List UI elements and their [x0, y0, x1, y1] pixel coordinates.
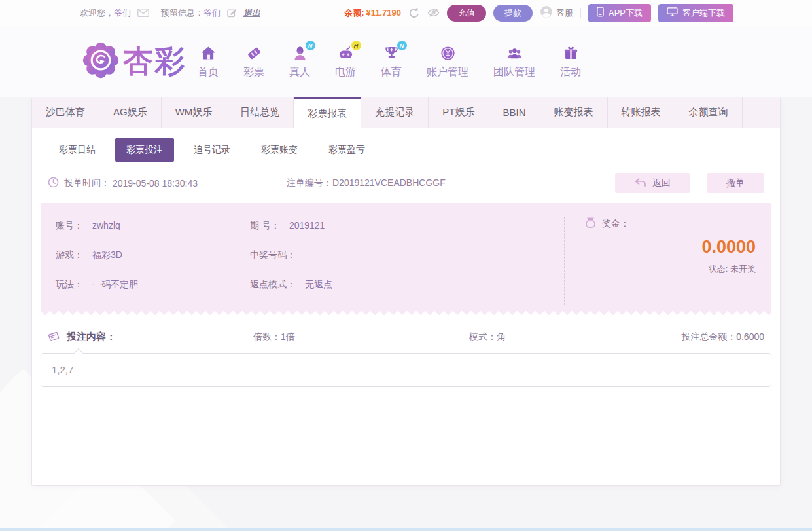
nav-item-promotions[interactable]: 活动 [560, 44, 581, 79]
site-header: 杏彩 首页 彩票 N 真人 H 电游 [0, 26, 812, 97]
nav-item-sports[interactable]: N 体育 [381, 44, 402, 79]
nav-item-home[interactable]: 首页 [198, 44, 219, 79]
bet-mode: 模式：角 [469, 331, 681, 343]
edit-icon[interactable] [227, 8, 237, 18]
bet-multiple: 倍数：1倍 [253, 331, 469, 343]
tab-shaba-sports[interactable]: 沙巴体育 [32, 97, 99, 128]
badge-h: H [351, 41, 361, 50]
reserved-value: 爷们 [203, 8, 221, 18]
reserved-info: 预留信息：爷们 [161, 7, 221, 19]
bet-time: 投单时间： 2019-05-08 18:30:43 [48, 177, 287, 190]
cancel-order-label: 撤单 [726, 177, 745, 189]
subtab-lottery-account-changes[interactable]: 彩票账变 [250, 138, 309, 162]
tab-wm[interactable]: WM娱乐 [162, 97, 227, 128]
reserved-label: 预留信息： [161, 8, 203, 18]
live-casino-icon: N [291, 44, 309, 62]
clock-icon [48, 177, 59, 190]
field-label: 玩法： [56, 276, 83, 293]
nav-item-egames[interactable]: H 电游 [335, 44, 356, 79]
tab-bbin[interactable]: BBIN [489, 97, 540, 128]
prize-label: 奖金： [602, 218, 629, 230]
nav-item-live[interactable]: N 真人 [289, 44, 310, 79]
prize-value: 0.0000 [584, 237, 756, 257]
bet-content-header: 投注内容： 倍数：1倍 模式：角 投注总金额：0.6000 [48, 329, 764, 344]
moneybag-icon [584, 217, 597, 231]
refresh-icon[interactable] [408, 7, 420, 19]
field-winning-numbers: 中奖号码： [250, 246, 564, 263]
customer-service-link[interactable]: 客服 [540, 5, 573, 20]
nav-label: 首页 [198, 65, 219, 79]
subtab-chase-records[interactable]: 追号记录 [183, 138, 241, 162]
bet-ticket-panel: 账号： zwhzlq 游戏： 福彩3D 玩法： 一码不定胆 期 号： 20191… [41, 203, 771, 309]
ticket-zigzag-edge [41, 309, 771, 315]
field-issue-number: 期 号： 2019121 [250, 217, 564, 234]
tab-deposit-withdraw-records[interactable]: 充提记录 [361, 97, 429, 128]
eye-off-icon[interactable] [427, 8, 440, 18]
tab-ag[interactable]: AG娱乐 [99, 97, 162, 128]
nav-item-account[interactable]: 账户管理 [427, 44, 468, 79]
field-value: zwhzlq [92, 217, 120, 234]
bet-numbers: 1,2,7 [52, 364, 73, 375]
bet-time-value: 2019-05-08 18:30:43 [113, 178, 198, 189]
order-number: 注单编号：D2019121VCEADBHCGGF [287, 177, 615, 189]
field-label: 账号： [56, 217, 83, 234]
nav-label: 电游 [335, 65, 356, 79]
field-value: 福彩3D [92, 246, 122, 263]
tab-balance-query[interactable]: 余额查询 [675, 97, 743, 128]
tabbar-filler [743, 97, 780, 128]
cancel-order-button[interactable]: 撤单 [707, 173, 764, 193]
withdraw-button[interactable]: 提款 [493, 5, 533, 22]
tab-account-change-report[interactable]: 账变报表 [540, 97, 608, 128]
username: 爷们 [114, 8, 131, 18]
flower-logo-icon [82, 41, 120, 82]
envelope-icon[interactable] [137, 9, 149, 17]
phone-icon [597, 7, 604, 19]
tab-lottery-report[interactable]: 彩票报表 [294, 97, 361, 128]
brand-logo[interactable]: 杏彩 [82, 41, 186, 82]
report-card: 沙巴体育 AG娱乐 WM娱乐 日结总览 彩票报表 充提记录 PT娱乐 BBIN … [31, 97, 781, 486]
nav-label: 真人 [289, 65, 310, 79]
nav-label: 账户管理 [427, 65, 468, 79]
field-label: 返点模式： [250, 276, 296, 293]
order-number-value: D2019121VCEADBHCGGF [332, 177, 446, 188]
nav-label: 活动 [560, 65, 581, 79]
back-button-label: 返回 [652, 177, 671, 189]
recharge-button[interactable]: 充值 [447, 5, 486, 22]
subtab-lottery-daily[interactable]: 彩票日结 [48, 138, 107, 162]
customer-service-label: 客服 [556, 7, 573, 19]
field-label: 中奖号码： [250, 246, 296, 263]
subtab-lottery-profit-loss[interactable]: 彩票盈亏 [317, 138, 376, 162]
nav-label: 团队管理 [493, 65, 535, 79]
bet-content-label: 投注内容： [67, 331, 116, 343]
field-label: 期 号： [250, 217, 280, 234]
report-tabbar: 沙巴体育 AG娱乐 WM娱乐 日结总览 彩票报表 充提记录 PT娱乐 BBIN … [32, 97, 780, 128]
main-nav: 首页 彩票 N 真人 H 电游 N 体育 [198, 44, 581, 79]
field-label: 游戏： [56, 246, 83, 263]
field-account: 账号： zwhzlq [56, 217, 250, 234]
balance-label: 余额: [344, 8, 364, 18]
customer-service-icon [540, 5, 553, 20]
bet-box-notch [74, 348, 83, 357]
logout-link[interactable]: 退出 [243, 7, 260, 19]
tab-transfer-report[interactable]: 转账报表 [608, 97, 675, 128]
bet-time-label: 投单时间： [64, 177, 110, 189]
tab-pt[interactable]: PT娱乐 [429, 97, 489, 128]
coin-icon [439, 44, 457, 62]
subtab-lottery-bets[interactable]: 彩票投注 [115, 138, 174, 162]
field-value: 2019121 [289, 217, 325, 234]
app-download-button[interactable]: APP下载 [588, 4, 651, 22]
welcome-text: 欢迎您，爷们 [80, 7, 131, 19]
monitor-icon [667, 7, 678, 18]
back-button[interactable]: 返回 [615, 173, 690, 193]
client-download-button[interactable]: 客户端下载 [658, 4, 733, 22]
badge-n: N [306, 41, 315, 50]
topbar: 欢迎您，爷们 预留信息：爷们 退出 余额:¥11.7190 充值 提款 客服 [0, 0, 812, 26]
order-number-label: 注单编号： [287, 177, 332, 188]
draw-status: 状态: 未开奖 [584, 263, 756, 275]
balance: 余额:¥11.7190 [344, 7, 401, 19]
tab-daily-summary[interactable]: 日结总览 [226, 97, 294, 128]
field-value: 一码不定胆 [92, 276, 138, 293]
nav-item-lottery[interactable]: 彩票 [243, 44, 264, 79]
home-icon [200, 44, 217, 62]
nav-item-team[interactable]: 团队管理 [493, 44, 535, 79]
